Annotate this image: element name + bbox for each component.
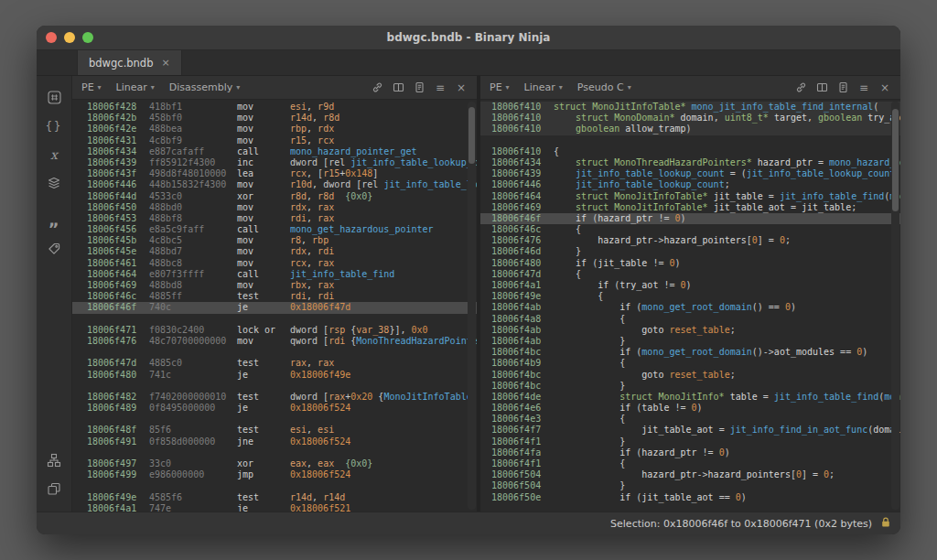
code-line[interactable]: 18006f439ff85912f4300incdword [rel jit_i… [72,157,477,168]
code-line[interactable]: 18006f446 jit_info_table_lookup_count; [480,179,900,190]
code-line[interactable]: 18006f471f0830c2400lock ordword [rsp {va… [72,325,477,336]
code-line[interactable]: 18006f4910f858d000000jne0x18006f524 [72,436,477,447]
pane-menu-icon[interactable]: ≡ [857,81,870,94]
new-pane-icon[interactable] [413,81,425,94]
code-line[interactable]: 18006f464e807f3ffffcalljit_info_table_fi… [72,269,477,280]
code-line[interactable]: 18006f4a1747eje0x18006f521 [72,503,477,512]
code-line[interactable]: 18006f4fa if (hazard_ptr != 0) [480,447,900,458]
code-line[interactable]: 18006f428418bf1movesi, r9d [72,102,477,113]
code-line[interactable]: 18006f480 if (jit_table != 0) [480,258,900,269]
code-line[interactable]: 18006f4e3 { [480,414,900,425]
sync-link-icon[interactable] [371,81,383,94]
code-line-blank[interactable] [72,480,477,491]
sidebar-strings-icon[interactable]: „ [42,199,66,232]
code-line[interactable]: 18006f434e887cafaffcallmono_hazard_point… [72,146,477,157]
scrollbar-thumb[interactable] [892,109,899,211]
code-line[interactable]: 18006f439 jit_info_table_lookup_count = … [480,168,900,179]
binary-view-dropdown[interactable]: PE▾ [81,81,102,93]
view-type-dropdown[interactable]: Disassembly▾ [169,81,241,93]
code-line[interactable]: 18006f464 struct MonoJitInfoTable* jit_t… [480,191,900,202]
code-line[interactable]: 18006f49733c0xoreax, eax {0x0} [72,458,477,469]
code-line[interactable]: 18006f469488bd8movrbx, rax [72,280,477,291]
disassembly-listing[interactable]: 18006f428418bf1movesi, r9d18006f42b458bf… [72,100,477,512]
code-line[interactable]: 18006f4f7 jit_table_aot = jit_info_find_… [480,425,900,436]
view-type-dropdown[interactable]: Pseudo C▾ [577,81,631,93]
code-line[interactable]: 18006f4ab if (mono_get_root_domain() == … [480,302,900,313]
code-line[interactable]: 18006f46d } [480,246,900,257]
code-line[interactable]: 18006f46c4885fftestrdi, rdi [72,291,477,302]
code-line[interactable]: 18006f461488bc8movrcx, rax [72,258,477,269]
tab-bdwgc[interactable]: bdwgc.bndb × [77,50,182,75]
code-line[interactable]: 18006f42e488beamovrbp, rdx [72,124,477,135]
code-line[interactable]: 18006f50e if (jit_table_aot == 0) [480,492,900,503]
code-line[interactable]: 18006f410struct MonoJitInfoTable* mono_j… [480,102,900,113]
pane-menu-icon[interactable]: ≡ [434,81,447,94]
code-line[interactable]: 18006f49e { [480,291,900,302]
code-line[interactable]: 18006f46c { [480,224,900,235]
code-line[interactable]: 18006f4a8 { [480,314,900,325]
close-pane-icon[interactable]: × [455,81,468,94]
code-line-blank[interactable] [72,414,477,425]
sidebar-components-icon[interactable] [42,476,66,501]
layout-dropdown[interactable]: Linear▾ [116,81,155,93]
code-line[interactable]: 18006f4b9 { [480,358,900,369]
sidebar-tags-icon[interactable] [42,236,66,261]
sidebar-stack-icon[interactable] [42,170,66,195]
code-line[interactable]: 18006f45e488bd7movrdx, rdi [72,246,477,257]
layout-dropdown[interactable]: Linear▾ [524,81,563,93]
minimize-window-button[interactable] [64,32,75,43]
code-line[interactable]: 18006f45b4c8bc5movr8, rbp [72,235,477,246]
scrollbar-thumb[interactable] [468,107,475,164]
code-line[interactable]: 18006f504 hazard_ptr->hazard_pointers[0]… [480,469,900,480]
code-line-blank[interactable] [72,347,477,358]
code-line[interactable]: 18006f482f7402000000010testdword [rax+0x… [72,392,477,403]
code-line[interactable]: 18006f49e4585f6testr14d, r14d [72,492,477,503]
code-line[interactable]: 18006f476 hazard_ptr->hazard_pointers[0]… [480,235,900,246]
split-pane-icon[interactable] [815,81,828,94]
code-line[interactable]: 18006f4ab goto reset_table; [480,325,900,336]
code-line[interactable]: 18006f4de struct MonoJitInfo* table = ji… [480,392,900,403]
close-window-button[interactable] [46,32,57,43]
code-line[interactable]: 18006f4314c8bf9movr15, rcx [72,135,477,146]
sidebar-types-icon[interactable]: {} [42,113,66,138]
code-line[interactable]: 18006f4bc goto reset_table; [480,370,900,381]
binary-view-dropdown[interactable]: PE▾ [490,81,510,93]
lock-icon[interactable] [880,516,891,531]
code-line[interactable]: 18006f4a1 if (try_aot != 0) [480,280,900,291]
code-line[interactable]: 18006f47d4885c0testrax, rax [72,358,477,369]
code-line[interactable]: 18006f4bc } [480,381,900,392]
code-line[interactable]: 18006f456e8a5c9faffcallmono_get_hazardou… [72,224,477,235]
code-line[interactable]: 18006f4ab } [480,336,900,347]
zoom-window-button[interactable] [82,32,93,43]
vertical-scrollbar[interactable] [468,102,476,510]
code-line[interactable]: 18006f4e6 if (table != 0) [480,403,900,414]
sidebar-mini-graph-icon[interactable] [42,447,66,472]
code-line-blank[interactable] [480,135,900,146]
code-line[interactable]: 18006f504 } [480,480,900,491]
code-line[interactable]: 18006f47d { [480,269,900,280]
code-line[interactable]: 18006f450488bd0movrdx, rax [72,202,477,213]
code-line[interactable]: 18006f480741cje0x18006f49e [72,370,477,381]
code-line[interactable]: 18006f4f1 } [480,436,900,447]
vertical-scrollbar[interactable] [891,102,899,510]
code-line[interactable]: 18006f410 struct MonoDomain* domain, uin… [480,113,900,124]
code-line[interactable]: 18006f410 gboolean allow_tramp) [480,124,900,135]
code-line-blank[interactable] [72,314,477,325]
code-line[interactable]: 18006f4bc if (mono_get_root_domain()->ao… [480,347,900,358]
code-line[interactable]: 18006f44d4533c0xorr8d, r8d {0x0} [72,191,477,202]
code-line[interactable]: 18006f42b458bf0movr14d, r8d [72,113,477,124]
close-pane-icon[interactable]: × [878,81,891,94]
sidebar-cross-references-icon[interactable]: x [42,142,66,167]
pseudo-c-listing[interactable]: 18006f410struct MonoJitInfoTable* mono_j… [480,100,900,512]
code-line[interactable]: 18006f46f if (hazard_ptr != 0) [480,213,900,224]
code-line[interactable]: 18006f46f740cje0x18006f47d [72,302,477,313]
code-line[interactable]: 18006f4f1 { [480,458,900,469]
code-line[interactable]: 18006f48f85f6testesi, esi [72,425,477,436]
code-line[interactable]: 18006f446448b15832f4300movr10d, dword [r… [72,179,477,190]
tab-close-icon[interactable]: × [161,58,169,68]
code-line[interactable]: 18006f434 struct MonoThreadHazardPointer… [480,157,900,168]
code-line[interactable]: 18006f43f498d8f48010000learcx, [r15+0x14… [72,168,477,179]
split-pane-icon[interactable] [392,81,404,94]
sync-link-icon[interactable] [794,81,807,94]
code-line-blank[interactable] [72,447,477,458]
